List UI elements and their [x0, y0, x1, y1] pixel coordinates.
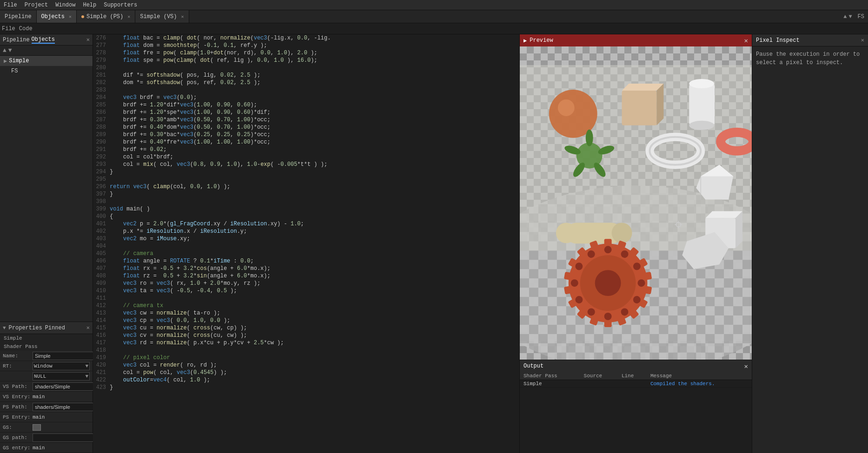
left-tab-pipeline[interactable]: Pipeline: [3, 37, 30, 43]
tab-pipeline[interactable]: Pipeline: [0, 10, 37, 23]
line-content[interactable]: brdf += 0.40*fre*vec3(1.00, 1.00, 1.00)*…: [110, 138, 519, 146]
name-input[interactable]: [33, 352, 101, 360]
code-editor[interactable]: 276 float bac = clamp( dot( nor, normali…: [93, 34, 519, 453]
line-number: 404: [93, 243, 110, 250]
properties-pinned-label[interactable]: Pinned: [45, 325, 65, 331]
left-tab-objects[interactable]: Objects: [32, 36, 55, 44]
line-content[interactable]: vec3 brdf = vec3(0.0);: [110, 94, 519, 101]
rt-dropdown[interactable]: Window ▼: [33, 362, 90, 370]
line-content[interactable]: outColor=vec4( col, 1.0 );: [110, 376, 519, 384]
vs-path-input[interactable]: [33, 382, 101, 391]
preview-panel: ▶ Preview ✕: [520, 34, 752, 360]
line-content[interactable]: vec3 cu = normalize( cross(cw, cp) );: [110, 324, 519, 332]
line-number: 294: [93, 168, 110, 176]
line-content[interactable]: float rx = -0.5 + 3.2*cos(angle + 6.0*mo…: [110, 265, 519, 272]
tab-simple-ps-close[interactable]: ✕: [127, 14, 130, 20]
output-close[interactable]: ✕: [744, 362, 748, 370]
line-content[interactable]: brdf += 0.30*amb*vec3(0.50, 0.70, 1.00)*…: [110, 116, 519, 124]
line-content[interactable]: brdf += 0.40*dom*vec3(0.50, 0.70, 1.00)*…: [110, 124, 519, 131]
code-line: 420 vec3 col = render( ro, rd );: [93, 361, 519, 369]
tab-objects-close[interactable]: ✕: [69, 14, 72, 20]
line-content[interactable]: vec2 p = 2.0*(gl_FragCoord.xy / iResolut…: [110, 220, 519, 228]
line-content[interactable]: float fre = pow( clamp(1.0+dot(nor, rd),…: [110, 49, 519, 57]
line-content[interactable]: void main( ): [110, 205, 519, 213]
properties-arrow[interactable]: ▼: [3, 325, 6, 331]
menu-file[interactable]: File: [4, 2, 17, 8]
preview-canvas: [520, 46, 752, 360]
line-number: 417: [93, 339, 110, 347]
pixel-inspect-close[interactable]: ✕: [861, 37, 864, 44]
line-content[interactable]: return vec3( clamp(col, 0.0, 1.0) );: [110, 183, 519, 190]
line-content[interactable]: vec3 rd = normalize( p.x*cu + p.y*cv + 2…: [110, 339, 519, 347]
pixel-inspect-body: Pause the execution in order to select a…: [752, 46, 868, 71]
code-line: 290 brdf += 0.40*fre*vec3(1.00, 1.00, 1.…: [93, 138, 519, 146]
nav-up-arrow[interactable]: ▲: [843, 13, 847, 20]
tab-objects[interactable]: Objects ✕: [37, 10, 77, 23]
menu-project[interactable]: Project: [25, 2, 48, 8]
code-line: 293 col = mix( col, vec3(0.8, 0.9, 1.0),…: [93, 161, 519, 168]
line-content[interactable]: }: [110, 168, 519, 176]
line-content[interactable]: }: [110, 190, 519, 198]
preview-close[interactable]: ✕: [744, 37, 748, 45]
properties-close[interactable]: ✕: [86, 324, 90, 331]
line-content[interactable]: vec3 cw = normalize( ta-ro );: [110, 309, 519, 317]
line-content[interactable]: [110, 198, 519, 205]
prop-row-null: NULL ▼: [0, 371, 93, 381]
line-content[interactable]: col = mix( col, vec3(0.8, 0.9, 1.0), 1.0…: [110, 161, 519, 168]
line-content[interactable]: [110, 176, 519, 183]
line-content[interactable]: dom *= softshadow( pos, ref, 0.02, 2.5 )…: [110, 79, 519, 86]
line-content[interactable]: brdf += 1.20*spe*vec3(1.00, 0.90, 0.60)*…: [110, 109, 519, 116]
line-content[interactable]: vec3 ta = vec3( -0.5, -0.4, 0.5 );: [110, 287, 519, 295]
line-content[interactable]: [110, 86, 519, 94]
preview-title: Preview: [530, 37, 741, 44]
list-item-simple[interactable]: ▶ Simple: [0, 56, 93, 66]
tab-simple-vs-close[interactable]: ✕: [181, 14, 184, 20]
line-content[interactable]: // pixel color: [110, 354, 519, 361]
line-content[interactable]: // camera tx: [110, 302, 519, 309]
line-content[interactable]: float spe = pow(clamp( dot( ref, lig ), …: [110, 57, 519, 64]
line-content[interactable]: col = pow( col, vec3(0.4545) );: [110, 369, 519, 376]
menu-help[interactable]: Help: [83, 2, 96, 8]
line-content[interactable]: float rz = 0.5 + 3.2*sin(angle + 6.0*mo.…: [110, 272, 519, 280]
null-dropdown[interactable]: NULL ▼: [33, 372, 90, 381]
nav-down-icon[interactable]: ▼: [8, 47, 12, 54]
line-content[interactable]: dif *= softshadow( pos, lig, 0.02, 2.5 )…: [110, 72, 519, 79]
nav-down-arrow[interactable]: ▼: [848, 13, 852, 20]
nav-up-icon[interactable]: ▲: [3, 47, 7, 54]
line-content[interactable]: vec3 cv = normalize( cross(cu, cw) );: [110, 332, 519, 339]
line-content[interactable]: brdf += 1.20*dif*vec3(1.00, 0.90, 0.60);: [110, 101, 519, 109]
menu-supporters[interactable]: Supporters: [104, 2, 137, 8]
properties-section: ▼ Properties Pinned ✕ Simple Shader Pass…: [0, 322, 93, 453]
line-content[interactable]: float dom = smoothstep( -0.1, 0.1, ref.y…: [110, 42, 519, 49]
gs-path-input[interactable]: [33, 433, 101, 442]
left-panel-close[interactable]: ✕: [86, 36, 90, 43]
line-content[interactable]: float angle = ROTATE ? 0.1*iTime : 0.0;: [110, 257, 519, 265]
line-content[interactable]: col = col*brdf;: [110, 153, 519, 161]
line-content[interactable]: vec2 mo = iMouse.xy;: [110, 235, 519, 243]
line-content[interactable]: [110, 64, 519, 72]
line-content[interactable]: {: [110, 213, 519, 220]
line-content[interactable]: [110, 295, 519, 302]
gs-color-swatch[interactable]: [33, 424, 41, 431]
line-content[interactable]: vec3 ro = vec3( rx, 1.0 + 2.0*mo.y, rz )…: [110, 280, 519, 287]
file-menu-item[interactable]: File: [2, 26, 15, 32]
code-menu-item[interactable]: Code: [19, 26, 33, 32]
list-item-fs[interactable]: FS: [0, 66, 93, 76]
ps-path-input[interactable]: [33, 403, 101, 411]
line-content[interactable]: vec3 cp = vec3( 0.0, 1.0, 0.0 );: [110, 317, 519, 324]
line-content[interactable]: [110, 347, 519, 354]
menu-window[interactable]: Window: [55, 2, 75, 8]
line-content[interactable]: // camera: [110, 250, 519, 257]
line-content[interactable]: }: [110, 384, 519, 391]
line-number: 288: [93, 124, 110, 131]
line-number: 413: [93, 309, 110, 317]
tab-simple-vs[interactable]: Simple (VS) ✕: [135, 10, 189, 23]
output-panel: Output ✕ Shader Pass Source Line Message: [520, 360, 752, 453]
line-content[interactable]: brdf += 0.02;: [110, 146, 519, 153]
line-content[interactable]: p.x *= iResolution.x / iResolution.y;: [110, 228, 519, 235]
line-content[interactable]: float bac = clamp( dot( nor, normalize(v…: [110, 34, 519, 42]
line-content[interactable]: [110, 243, 519, 250]
line-content[interactable]: vec3 col = render( ro, rd );: [110, 361, 519, 369]
line-content[interactable]: brdf += 0.30*bac*vec3(0.25, 0.25, 0.25)*…: [110, 131, 519, 138]
tab-simple-ps[interactable]: Simple (PS) ✕: [77, 10, 135, 23]
